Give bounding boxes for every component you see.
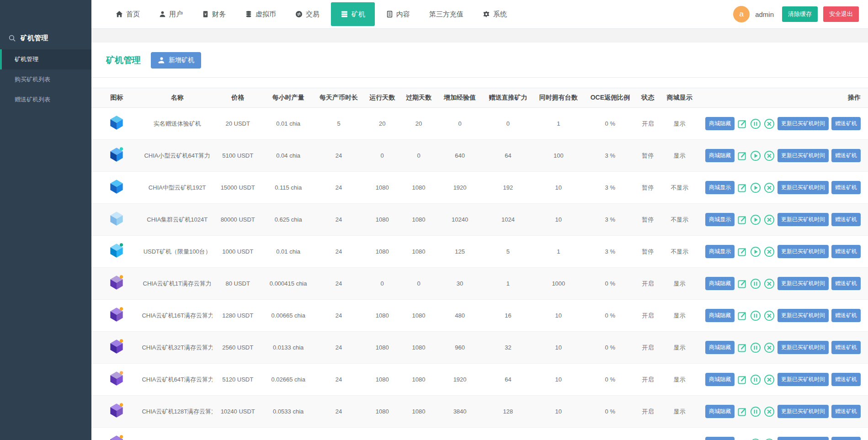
play-icon[interactable] <box>750 246 761 257</box>
max-owned-count: 1000 <box>533 280 584 287</box>
update-bought-miner-time-button[interactable]: 更新已买矿机时间 <box>777 117 829 130</box>
column-header: 同时拥有台数 <box>533 94 584 102</box>
gift-miner-button[interactable]: 赠送矿机 <box>831 117 861 130</box>
edit-icon[interactable] <box>737 183 747 193</box>
update-bought-miner-time-button[interactable]: 更新已买矿机时间 <box>777 277 829 290</box>
clear-cache-button[interactable]: 清除缓存 <box>782 6 818 22</box>
update-bought-miner-time-button[interactable]: 更新已买矿机时间 <box>777 149 829 162</box>
pause-icon[interactable] <box>750 310 761 321</box>
nav-item-2[interactable]: ¥财务 <box>192 0 235 28</box>
column-header: 运行天数 <box>364 94 400 102</box>
gift-miner-button[interactable]: 赠送矿机 <box>831 437 861 440</box>
update-bought-miner-time-button[interactable]: 更新已买矿机时间 <box>777 405 829 418</box>
edit-icon[interactable] <box>737 215 747 225</box>
pause-icon[interactable] <box>750 406 761 417</box>
nav-item-6[interactable]: 内容 <box>377 0 420 28</box>
nav-item-0[interactable]: 首页 <box>106 0 149 28</box>
column-header: OCE返佣比例 <box>584 94 637 102</box>
play-icon[interactable] <box>750 214 761 225</box>
close-icon[interactable] <box>764 310 775 321</box>
nav-item-7[interactable]: 第三方充值 <box>420 0 473 28</box>
close-icon[interactable] <box>764 214 775 225</box>
shop-toggle-button[interactable]: 商城隐藏 <box>705 309 735 322</box>
table-row: 实名赠送体验矿机 20 USDT 0.01 chia 5 20 20 0 0 1… <box>91 108 868 140</box>
nav-item-8[interactable]: 系统 <box>473 0 517 28</box>
gift-miner-button[interactable]: 赠送矿机 <box>831 373 861 386</box>
exp-gain: 1920 <box>437 376 483 383</box>
update-bought-miner-time-button[interactable]: 更新已买矿机时间 <box>777 309 829 322</box>
table-row: CHIA云矿机128T满存云算力 10240 USDT 0.0533 chia … <box>91 396 868 428</box>
miner-name: CHIA集群云矿机1024T <box>142 216 213 224</box>
play-icon[interactable] <box>750 150 761 161</box>
close-icon[interactable] <box>764 406 775 417</box>
play-icon[interactable] <box>750 182 761 193</box>
gift-miner-button[interactable]: 赠送矿机 <box>831 245 861 258</box>
add-miner-button-label: 新增矿机 <box>169 56 194 64</box>
nav-item-4[interactable]: 交易 <box>286 0 329 28</box>
miner-price: 15000 USDT <box>213 184 263 191</box>
update-bought-miner-time-button[interactable]: 更新已买矿机时间 <box>777 213 829 226</box>
gift-miner-button[interactable]: 赠送矿机 <box>831 309 861 322</box>
edit-icon[interactable] <box>737 343 747 353</box>
gift-miner-button[interactable]: 赠送矿机 <box>831 149 861 162</box>
logout-button[interactable]: 安全退出 <box>823 6 859 22</box>
shop-toggle-button[interactable]: 商城隐藏 <box>705 437 735 440</box>
edit-icon[interactable] <box>737 375 747 385</box>
hourly-output: 0.0133 chia <box>263 344 313 351</box>
sidebar-item-miner-management[interactable]: 矿机管理 <box>0 49 91 69</box>
close-icon[interactable] <box>764 182 775 193</box>
gift-miner-button[interactable]: 赠送矿机 <box>831 181 861 194</box>
gift-miner-button[interactable]: 赠送矿机 <box>831 341 861 354</box>
column-header: 商城显示 <box>659 94 700 102</box>
shop-toggle-button[interactable]: 商城隐藏 <box>705 405 735 418</box>
edit-icon[interactable] <box>737 279 747 289</box>
pause-icon[interactable] <box>750 118 761 129</box>
sidebar-item-purchased-miner-list[interactable]: 购买矿机列表 <box>0 69 91 90</box>
close-icon[interactable] <box>764 438 775 440</box>
miner-icon <box>107 273 126 292</box>
update-bought-miner-time-button[interactable]: 更新已买矿机时间 <box>777 245 829 258</box>
miner-name: CHIA小型云矿机64T算力 <box>142 152 213 160</box>
sidebar-header-label: 矿机管理 <box>21 34 48 42</box>
gift-miner-button[interactable]: 赠送矿机 <box>831 405 861 418</box>
status-text: 暂停 <box>637 248 659 256</box>
shop-toggle-button[interactable]: 商城隐藏 <box>705 277 735 290</box>
nav-item-5[interactable]: 矿机 <box>331 2 375 26</box>
close-icon[interactable] <box>764 374 775 385</box>
edit-icon[interactable] <box>737 407 747 417</box>
shop-toggle-button[interactable]: 商城隐藏 <box>705 149 735 162</box>
close-icon[interactable] <box>764 342 775 353</box>
shop-toggle-button[interactable]: 商城显示 <box>705 213 735 226</box>
pause-icon[interactable] <box>750 342 761 353</box>
shop-toggle-button[interactable]: 商城显示 <box>705 245 735 258</box>
update-bought-miner-time-button[interactable]: 更新已买矿机时间 <box>777 373 829 386</box>
edit-icon[interactable] <box>737 311 747 321</box>
pause-icon[interactable] <box>750 438 761 440</box>
miner-icon <box>107 241 126 260</box>
nav-item-1[interactable]: 用户 <box>149 0 192 28</box>
avatar[interactable]: a <box>733 6 750 22</box>
sidebar-item-gifted-miner-list[interactable]: 赠送矿机列表 <box>0 90 91 110</box>
update-bought-miner-time-button[interactable]: 更新已买矿机时间 <box>777 437 829 440</box>
pause-icon[interactable] <box>750 374 761 385</box>
close-icon[interactable] <box>764 246 775 257</box>
close-icon[interactable] <box>764 150 775 161</box>
update-bought-miner-time-button[interactable]: 更新已买矿机时间 <box>777 341 829 354</box>
shop-toggle-button[interactable]: 商城隐藏 <box>705 117 735 130</box>
shop-toggle-button[interactable]: 商城隐藏 <box>705 341 735 354</box>
gift-miner-button[interactable]: 赠送矿机 <box>831 213 861 226</box>
shop-toggle-button[interactable]: 商城显示 <box>705 181 735 194</box>
edit-icon[interactable] <box>737 151 747 161</box>
shop-toggle-button[interactable]: 商城隐藏 <box>705 373 735 386</box>
pause-icon[interactable] <box>750 278 761 289</box>
gift-direct-power: 32 <box>483 344 533 351</box>
close-icon[interactable] <box>764 278 775 289</box>
add-miner-button[interactable]: 新增矿机 <box>151 52 201 69</box>
edit-icon[interactable] <box>737 247 747 257</box>
gift-miner-button[interactable]: 赠送矿机 <box>831 277 861 290</box>
edit-icon[interactable] <box>737 439 747 440</box>
update-bought-miner-time-button[interactable]: 更新已买矿机时间 <box>777 181 829 194</box>
nav-item-3[interactable]: 虚拟币 <box>235 0 286 28</box>
close-icon[interactable] <box>764 118 775 129</box>
edit-icon[interactable] <box>737 119 747 129</box>
